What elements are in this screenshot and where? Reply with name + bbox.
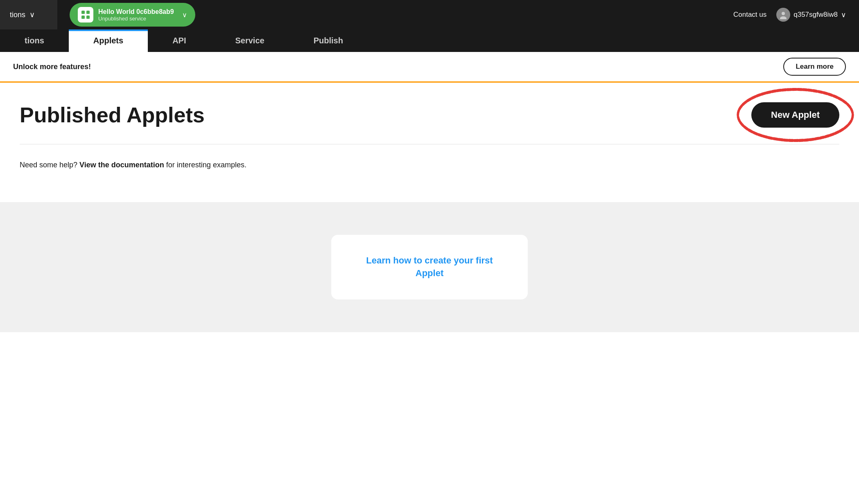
svg-rect-0 bbox=[81, 11, 85, 14]
tab-bar: tions Applets API Service Publish bbox=[0, 29, 859, 52]
svg-rect-3 bbox=[86, 16, 90, 19]
nav-menu-button[interactable]: tions ∨ bbox=[0, 0, 57, 29]
user-menu[interactable]: q357sgfw8iw8 ∨ bbox=[776, 8, 846, 22]
tab-api-label: API bbox=[172, 36, 186, 45]
service-pill-text: Hello World 0c6bbe8ab9 Unpublished servi… bbox=[98, 8, 174, 22]
username: q357sgfw8iw8 bbox=[793, 11, 838, 19]
help-text-suffix: for interesting examples. bbox=[166, 161, 246, 169]
empty-state: Learn how to create your firstApplet bbox=[0, 202, 859, 332]
learn-more-button[interactable]: Learn more bbox=[783, 58, 846, 76]
tab-api[interactable]: API bbox=[148, 29, 210, 52]
top-nav: tions ∨ Hello World 0c6bbe8ab9 Unpublish… bbox=[0, 0, 859, 29]
view-documentation-link[interactable]: View the documentation bbox=[79, 161, 164, 169]
create-first-applet-link[interactable]: Learn how to create your firstApplet bbox=[366, 255, 493, 278]
empty-state-card: Learn how to create your firstApplet bbox=[331, 235, 528, 299]
svg-rect-2 bbox=[81, 16, 85, 19]
upgrade-banner: Unlock more features! Learn more bbox=[0, 52, 859, 83]
service-status: Unpublished service bbox=[98, 16, 174, 22]
upgrade-text: Unlock more features! bbox=[13, 63, 91, 71]
service-chevron: ∨ bbox=[182, 11, 187, 19]
main-content: Published Applets New Applet Need some h… bbox=[0, 83, 859, 202]
page-title: Published Applets bbox=[20, 103, 205, 127]
help-text-prefix: Need some help? bbox=[20, 161, 77, 169]
tab-service[interactable]: Service bbox=[210, 29, 289, 52]
service-selector[interactable]: Hello World 0c6bbe8ab9 Unpublished servi… bbox=[70, 3, 195, 27]
tab-applets-label: Applets bbox=[93, 36, 123, 45]
page-header: Published Applets New Applet bbox=[20, 102, 839, 128]
tab-service-label: Service bbox=[235, 36, 264, 45]
tab-publish[interactable]: Publish bbox=[289, 29, 368, 52]
nav-right: Contact us q357sgfw8iw8 ∨ bbox=[733, 8, 859, 22]
contact-us-link[interactable]: Contact us bbox=[733, 11, 766, 19]
svg-rect-1 bbox=[86, 11, 90, 14]
service-icon bbox=[78, 7, 93, 22]
tab-triggers-label: tions bbox=[25, 36, 44, 45]
tab-publish-label: Publish bbox=[314, 36, 343, 45]
nav-menu-label: tions bbox=[10, 11, 25, 19]
new-applet-wrapper: New Applet bbox=[751, 102, 839, 128]
tab-applets[interactable]: Applets bbox=[69, 29, 148, 52]
service-name: Hello World 0c6bbe8ab9 bbox=[98, 8, 174, 16]
new-applet-button[interactable]: New Applet bbox=[751, 102, 839, 128]
svg-point-5 bbox=[780, 16, 787, 19]
tab-triggers[interactable]: tions bbox=[0, 29, 69, 52]
help-text: Need some help? View the documentation f… bbox=[20, 161, 839, 169]
page-divider bbox=[20, 144, 839, 144]
svg-point-4 bbox=[782, 12, 785, 15]
nav-menu-chevron: ∨ bbox=[29, 10, 35, 19]
user-avatar bbox=[776, 8, 790, 22]
user-chevron: ∨ bbox=[841, 11, 846, 19]
